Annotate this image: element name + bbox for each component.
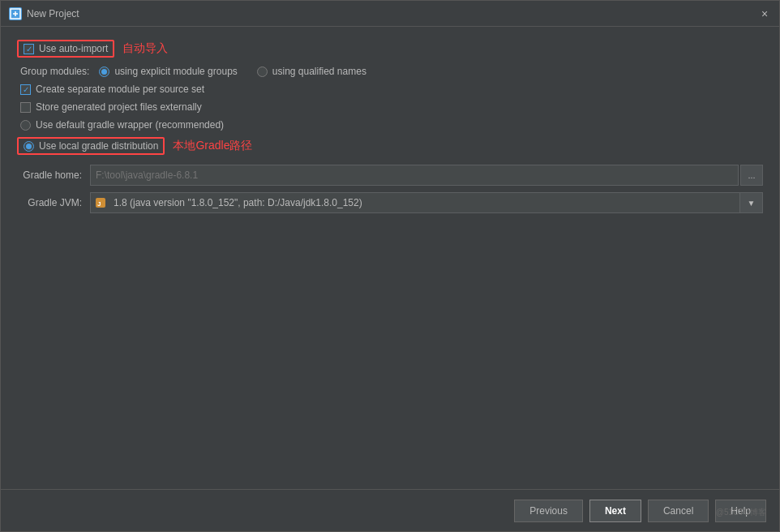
store-generated-label: Store generated project files externally bbox=[36, 101, 202, 113]
local-gradle-annotation: 本地Gradle路径 bbox=[173, 139, 252, 153]
close-button[interactable]: × bbox=[758, 7, 771, 20]
default-wrapper-label: Use default gradle wrapper (recommended) bbox=[36, 119, 224, 131]
local-gradle-label: Use local gradle distribution bbox=[39, 140, 158, 152]
previous-button[interactable]: Previous bbox=[514, 500, 583, 522]
group-radio-qualified[interactable]: using qualified names bbox=[257, 66, 366, 77]
title-bar: New Project × bbox=[1, 1, 779, 27]
store-generated-checkbox[interactable] bbox=[20, 102, 31, 113]
local-gradle-highlighted: Use local gradle distribution bbox=[17, 137, 165, 155]
create-separate-row: Create separate module per source set bbox=[20, 84, 763, 95]
radio-explicit-label: using explicit module groups bbox=[114, 66, 237, 77]
auto-import-checkbox[interactable] bbox=[24, 44, 34, 54]
dialog-content: Use auto-import 自动导入 Group modules: usin… bbox=[1, 27, 779, 489]
create-separate-checkbox[interactable] bbox=[20, 84, 31, 95]
next-button[interactable]: Next bbox=[589, 500, 641, 522]
radio-qualified-label: using qualified names bbox=[272, 66, 366, 77]
group-modules-label: Group modules: bbox=[20, 66, 89, 77]
local-gradle-row: Use local gradle distribution 本地Gradle路径 bbox=[17, 137, 763, 155]
auto-import-highlighted: Use auto-import bbox=[17, 40, 114, 58]
default-wrapper-row: Use default gradle wrapper (recommended) bbox=[20, 119, 763, 131]
jvm-dropdown[interactable]: J 1.8 (java version "1.8.0_152", path: D… bbox=[90, 192, 740, 213]
group-modules-row: Group modules: using explicit module gro… bbox=[20, 66, 763, 77]
create-separate-label: Create separate module per source set bbox=[36, 84, 204, 95]
dialog-title: New Project bbox=[27, 8, 79, 19]
radio-local-gradle[interactable] bbox=[24, 141, 34, 152]
new-project-dialog: New Project × Use auto-import 自动导入 Group… bbox=[0, 0, 780, 532]
create-separate-container: Create separate module per source set bbox=[20, 84, 204, 95]
default-wrapper-radio-container[interactable]: Use default gradle wrapper (recommended) bbox=[20, 119, 224, 131]
cancel-button[interactable]: Cancel bbox=[648, 500, 709, 522]
auto-import-label: Use auto-import bbox=[39, 43, 108, 54]
dialog-footer: Previous Next Cancel Help bbox=[1, 489, 779, 531]
auto-import-annotation: 自动导入 bbox=[122, 41, 168, 56]
group-radio-explicit[interactable]: using explicit module groups bbox=[99, 66, 237, 77]
jvm-icon: J bbox=[94, 196, 107, 209]
gradle-home-label: Gradle home: bbox=[17, 169, 90, 181]
auto-import-row: Use auto-import 自动导入 bbox=[17, 40, 763, 58]
dialog-icon bbox=[9, 7, 22, 20]
radio-default-wrapper[interactable] bbox=[20, 120, 31, 131]
gradle-jvm-row: Gradle JVM: J 1.8 (java version "1.8.0_1… bbox=[17, 192, 763, 213]
watermark: @51CTO博客 bbox=[716, 507, 766, 518]
svg-text:J: J bbox=[97, 200, 101, 208]
store-generated-container: Store generated project files externally bbox=[20, 101, 202, 113]
jvm-value: 1.8 (java version "1.8.0_152", path: D:/… bbox=[110, 197, 739, 208]
title-bar-left: New Project bbox=[9, 7, 79, 20]
radio-qualified[interactable] bbox=[257, 66, 268, 77]
browse-button[interactable]: ... bbox=[740, 165, 763, 186]
gradle-jvm-label: Gradle JVM: bbox=[17, 197, 90, 208]
gradle-home-input[interactable] bbox=[90, 165, 739, 186]
gradle-home-row: Gradle home: ... bbox=[17, 165, 763, 186]
radio-explicit[interactable] bbox=[99, 66, 109, 77]
store-generated-row: Store generated project files externally bbox=[20, 101, 763, 113]
jvm-dropdown-arrow[interactable]: ▼ bbox=[740, 192, 763, 213]
